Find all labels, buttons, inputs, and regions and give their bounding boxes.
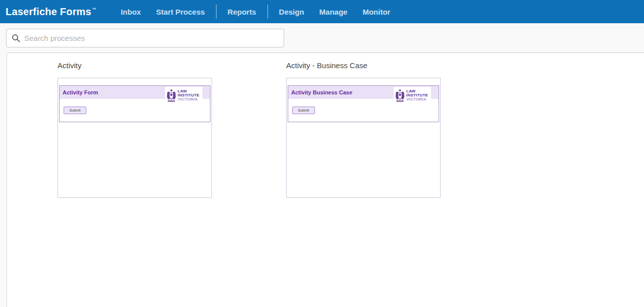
main-nav: Inbox Start Process Reports Design Manag… bbox=[121, 5, 390, 19]
process-name[interactable]: Activity - Business Case bbox=[286, 61, 367, 70]
logo-line-victoria: VICTORIA bbox=[178, 97, 199, 101]
nav-divider bbox=[267, 5, 268, 19]
form-preview: Activity Business Case LAW bbox=[288, 85, 439, 122]
process-card-activity-business-case[interactable]: Activity Business Case LAW bbox=[286, 78, 441, 198]
logo-line-victoria: VICTORIA bbox=[406, 97, 428, 101]
process-card-activity[interactable]: Activity Form LAW bbox=[58, 78, 212, 198]
nav-item-monitor[interactable]: Monitor bbox=[362, 8, 390, 16]
app-logo: Laserfiche Forms™ bbox=[0, 6, 95, 18]
logo-text: LAW INSTITUTE VICTORIA bbox=[178, 89, 199, 101]
search-band bbox=[0, 23, 644, 53]
trademark-symbol: ™ bbox=[92, 7, 96, 12]
search-input[interactable] bbox=[24, 34, 279, 42]
law-institute-victoria-logo: LAW INSTITUTE VICTORIA bbox=[394, 87, 431, 104]
preview-submit-button: Submit bbox=[292, 107, 315, 114]
form-preview: Activity Form LAW bbox=[59, 85, 210, 122]
nav-item-manage[interactable]: Manage bbox=[319, 8, 348, 16]
search-icon bbox=[12, 34, 20, 42]
nav-item-inbox[interactable]: Inbox bbox=[121, 8, 141, 16]
nav-item-design[interactable]: Design bbox=[279, 8, 304, 16]
nav-divider bbox=[216, 5, 217, 19]
app-logo-text: Laserfiche Forms bbox=[6, 6, 91, 17]
form-title: Activity Business Case bbox=[291, 89, 352, 95]
process-list-panel: Activity Activity Form bbox=[7, 53, 644, 307]
law-institute-victoria-logo: LAW INSTITUTE VICTORIA bbox=[165, 87, 202, 104]
nav-item-start-process[interactable]: Start Process bbox=[156, 8, 205, 16]
content-area: Activity Activity Form bbox=[0, 53, 644, 307]
preview-submit-button: Submit bbox=[64, 107, 86, 114]
process-name[interactable]: Activity bbox=[58, 61, 82, 70]
logo-text: LAW INSTITUTE VICTORIA bbox=[406, 89, 428, 101]
nav-item-reports[interactable]: Reports bbox=[228, 8, 256, 16]
form-title: Activity Form bbox=[63, 89, 98, 95]
law-institute-crest-icon bbox=[166, 89, 177, 102]
law-institute-crest-icon bbox=[395, 89, 405, 102]
search-box bbox=[6, 29, 284, 47]
app-header: Laserfiche Forms™ Inbox Start Process Re… bbox=[0, 0, 644, 23]
